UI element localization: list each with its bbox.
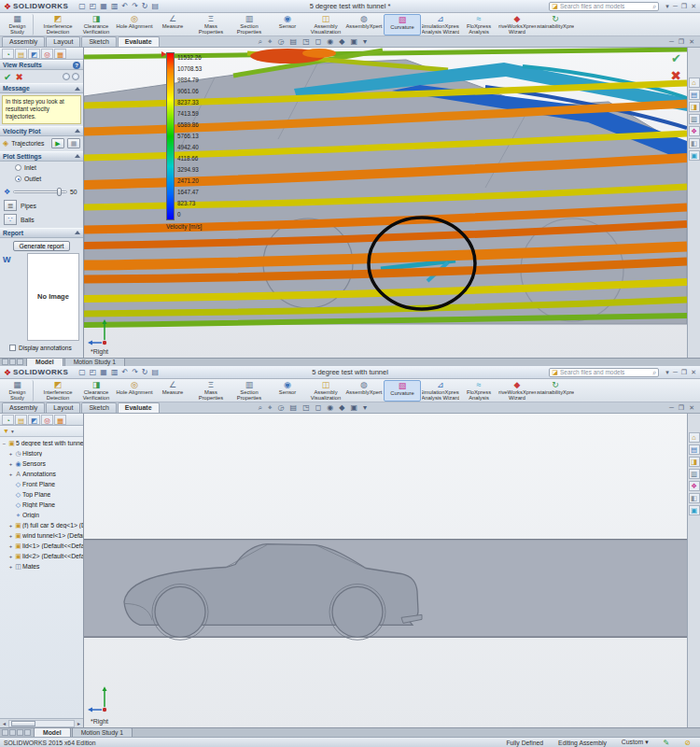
help-icon[interactable]: ? [73,62,80,69]
panel-tab-icon[interactable]: ◎ [41,49,53,59]
document-window-button[interactable]: ─ [669,37,674,47]
view-tool-icon[interactable]: ▣ [350,402,357,413]
ribbon-button[interactable]: ↻SustainabilityXpress [537,380,574,402]
view-tool-icon[interactable]: ◶ [278,36,285,47]
tab-scroll-button[interactable] [24,729,31,736]
pause-button[interactable]: ▦ [67,138,80,148]
confirm-ok-button[interactable]: ✔ [671,51,681,65]
pm-round-button[interactable] [72,73,79,80]
tab-sketch[interactable]: Sketch [81,36,116,47]
task-pane-tab-icon[interactable]: ◧ [689,138,700,148]
panel-tab-icon[interactable]: ▦ [54,415,66,425]
play-button[interactable]: ▶ [51,138,64,148]
ribbon-button[interactable]: ↻SustainabilityXpress [537,14,574,35]
tree-item[interactable]: +◫Mates [0,561,83,571]
task-pane-tab-icon[interactable]: ⌂ [689,432,700,443]
quick-access-icon[interactable]: ▦ [100,368,107,377]
status-unit-system[interactable]: Custom ▾ [622,739,649,746]
tree-item[interactable]: +▣lid<2> (Default<<Default>_Displa [0,551,83,561]
ribbon-button[interactable]: ◩Interference Detection [39,14,77,35]
velocity-plot-header[interactable]: Velocity Plot [0,126,83,136]
titlebar-top[interactable]: ❖ SOLIDWORKS ▢◰▦▥↶↷↻▤ 5 degree test with… [0,0,700,13]
graphics-area-flow[interactable]: 11532.2610708.539884.799061.068237.33741… [84,48,687,358]
view-tool-icon[interactable]: ⌖ [268,36,273,47]
document-window-button[interactable]: ✕ [689,37,694,47]
view-tool-icon[interactable]: ▤ [290,36,298,47]
tab-scroll-button[interactable] [9,359,16,365]
task-pane-tab-icon[interactable]: ▤ [689,90,700,100]
view-tool-icon[interactable]: ▾ [363,36,367,47]
ribbon-button[interactable]: ◎Hole Alignment [116,14,153,35]
document-window-button[interactable]: ❐ [679,37,684,47]
task-pane-tab-icon[interactable]: ⌂ [689,78,700,88]
view-tool-icon[interactable]: ◻ [315,36,322,47]
scroll-left-button[interactable]: ◂ [0,720,8,726]
tab-assembly[interactable]: Assembly [2,402,45,413]
cancel-button[interactable]: ✖ [15,72,22,82]
inlet-radio[interactable] [15,164,21,171]
ribbon-button[interactable]: ◆DriveWorksXpress Wizard [498,14,536,35]
quick-access-icon[interactable]: ◰ [90,2,97,11]
tree-horizontal-scrollbar[interactable]: ◂ ▸ [0,718,83,727]
generate-report-button[interactable]: Generate report [13,241,71,251]
tree-item[interactable]: ⌖Origin [0,510,83,520]
ribbon-button[interactable]: ▦Design Study [2,380,34,402]
panel-tab-icon[interactable]: ◩ [28,49,40,59]
tree-expand-icon[interactable]: − [1,441,7,446]
ribbon-button[interactable]: ◍AssemblyXpert [345,380,383,402]
tab-scroll-button[interactable] [9,729,16,736]
slider-track[interactable] [13,190,67,193]
view-tool-icon[interactable]: ▾ [363,402,367,413]
tree-item[interactable]: +◷History [0,448,83,458]
quick-access-icon[interactable]: ▥ [111,2,119,11]
view-tool-icon[interactable]: ◳ [302,36,310,47]
slider-handle[interactable] [57,188,62,196]
ribbon-button[interactable]: ◨Clearance Verification [77,380,115,402]
view-tool-icon[interactable]: ◆ [339,36,344,47]
quick-access-icon[interactable]: ↻ [142,2,148,11]
document-window-button[interactable]: ✕ [689,403,694,413]
task-pane-tab-icon[interactable]: ◨ [689,102,700,112]
quick-access-icon[interactable]: ▥ [111,368,119,377]
task-pane-tab-icon[interactable]: ▣ [689,505,700,515]
quick-access-icon[interactable]: ▤ [152,2,160,11]
quick-access-icon[interactable]: ▦ [100,2,107,11]
window-control-button[interactable]: ❐ [681,2,687,11]
search-box[interactable]: ◪ Search files and models ⌕ [549,2,659,11]
tab-scroll-button[interactable] [17,359,23,365]
titlebar-bottom[interactable]: ❖ SOLIDWORKS ▢◰▦▥↶↷↻▤ 5 degree test with… [0,366,700,379]
quick-access-icon[interactable]: ▤ [152,368,160,377]
document-window-button[interactable]: ─ [669,403,674,413]
tree-item[interactable]: ◇Front Plane [0,479,83,489]
ribbon-button[interactable]: ▧Curvature [384,380,421,402]
balls-button[interactable]: ∵ [4,214,17,225]
motion-study-tab[interactable]: Motion Study 1 [64,358,125,366]
window-control-button[interactable]: ❐ [681,368,687,377]
tree-item[interactable]: +▣wind tunnel<1> (Default<<Default [0,530,83,541]
view-tool-icon[interactable]: ◆ [339,402,344,413]
tab-sketch[interactable]: Sketch [81,402,116,413]
tab-assembly[interactable]: Assembly [2,36,45,47]
search-icon[interactable]: ⌕ [652,3,656,10]
quick-access-icon[interactable]: ◰ [90,368,97,377]
ribbon-button[interactable]: ▥Section Properties [231,380,268,402]
scrollbar-track[interactable] [8,720,75,727]
panel-tab-icon[interactable]: ◩ [28,415,40,425]
ok-button[interactable]: ✔ [4,72,11,82]
panel-tab-icon[interactable]: ◔ [2,415,14,425]
window-control-button[interactable]: ▾ [665,2,669,11]
ribbon-button[interactable]: ◨Clearance Verification [77,14,115,35]
task-pane-tab-icon[interactable]: ❖ [689,126,700,136]
tab-layout[interactable]: Layout [46,402,80,413]
ribbon-button[interactable]: ◉Sensor [269,380,306,402]
panel-tab-icon[interactable]: ◔ [2,49,14,59]
quick-access-icon[interactable]: ▢ [78,368,86,377]
window-control-button[interactable]: ─ [673,368,678,377]
ribbon-button[interactable]: ΞMass Properties [192,14,230,35]
tree-expand-icon[interactable]: + [7,472,14,477]
tree-item[interactable]: +▣lid<1> (Default<<Default>_Displa [0,541,83,551]
view-tool-icon[interactable]: ⌖ [268,402,273,413]
plot-settings-header[interactable]: Plot Settings [0,151,83,162]
graphics-area-assembly[interactable]: *Right [84,414,687,727]
tab-evaluate[interactable]: Evaluate [118,402,160,413]
